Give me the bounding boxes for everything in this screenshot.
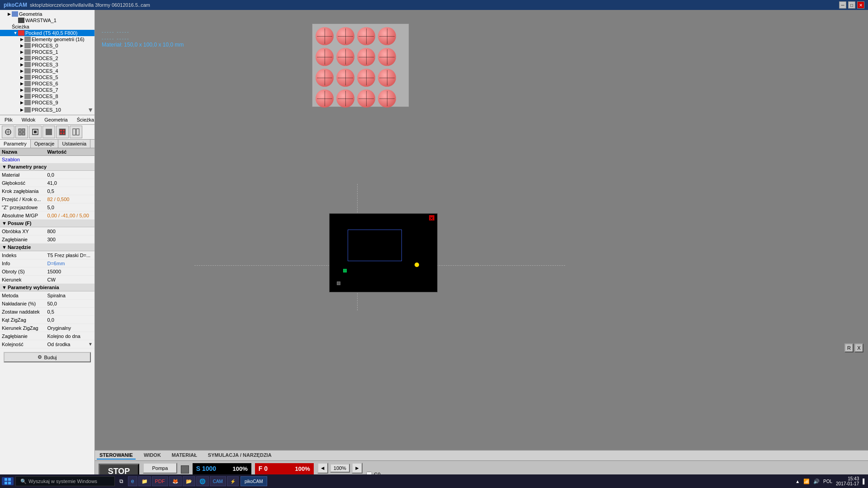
tool-btn-3[interactable] (29, 126, 42, 138)
tab-ustawienia[interactable]: Ustawienia (58, 140, 90, 148)
svg-rect-9 (46, 129, 52, 135)
tab-symulacja[interactable]: SYMULACJA / NARZĘDZIA (205, 451, 274, 460)
budget-button[interactable]: ⚙ Buduj (4, 352, 91, 362)
param-material: Materiał 0,0 (0, 171, 94, 179)
viewport-small-dot (343, 269, 347, 272)
task-view-button[interactable]: ⧉ (117, 477, 126, 485)
clock-date: 2017-01-17 (836, 481, 859, 486)
extra-icon: ⚡ (230, 479, 236, 484)
tab-sterowanie[interactable]: STEROWANIE (97, 451, 136, 460)
ctrl-row-1: ◄ 100% ► (317, 463, 363, 474)
taskbar-search[interactable]: 🔍 Wyszukaj w systemie Windows (15, 476, 115, 486)
menu-sciezka[interactable]: Ścieżka (74, 116, 97, 123)
group-parametry-pracy[interactable]: ▼ Parametry pracy (0, 163, 94, 171)
tree-item-geometria[interactable]: ▶ Geometria (0, 11, 94, 17)
tree-item-sciezka[interactable]: Ścieżka (0, 23, 94, 30)
params-tabs: Parametry Operacje Ustawienia (0, 140, 94, 148)
tool-btn-2[interactable] (15, 126, 28, 138)
taskbar-app-cam[interactable]: CAM (210, 476, 226, 486)
group-wybierania[interactable]: ▼ Parametry wybierania (0, 284, 94, 291)
svg-rect-5 (19, 132, 21, 135)
tab-material[interactable]: MATERIAŁ (169, 451, 200, 460)
tree-item-proces0[interactable]: ▶PROCES_0 (0, 42, 94, 49)
taskbar-app-pdf[interactable]: PDF (152, 476, 168, 486)
group-narzedzie[interactable]: ▼ Narzędzie (0, 244, 94, 251)
circle (378, 48, 396, 66)
tree-item-elementy[interactable]: ▶ Elementy geometrii (16) (0, 36, 94, 42)
canvas-area: ----- ----- ----- ----- Materiał: 150,0 … (95, 10, 868, 450)
tree-item-pocked[interactable]: ▼ Pocked (T5 4|0,5 F800) (0, 30, 94, 36)
clock-time: 15:43 (848, 476, 859, 481)
tree-item-proces9[interactable]: ▶PROCES_9 (0, 99, 94, 106)
minimize-button[interactable]: ─ (839, 1, 846, 9)
taskbar-app-folder2[interactable]: 📂 (183, 476, 195, 486)
tool-btn-6[interactable] (70, 126, 82, 138)
circle (316, 89, 334, 108)
tab-operacje[interactable]: Operacje (31, 140, 59, 148)
tray-expand[interactable]: ▲ (795, 479, 800, 484)
tree-item-proces10[interactable]: ▶PROCES_10 ▼ (0, 106, 94, 114)
toolbar (0, 125, 94, 140)
tree-item-proces5[interactable]: ▶PROCES_5 (0, 74, 94, 80)
proces0-icon (24, 43, 31, 48)
circle (357, 69, 375, 87)
circle (378, 89, 396, 108)
speed-plus-button[interactable]: ► (352, 463, 363, 474)
param-obrobka-xy: Obróbka XY 800 (0, 227, 94, 235)
group-label-posuw: Posuw (F) (8, 221, 32, 226)
tab-parametry[interactable]: Parametry (0, 140, 31, 148)
tree-item-proces6[interactable]: ▶PROCES_6 (0, 80, 94, 87)
param-kat-zigzag: Kąt ZigZag 0,0 (0, 316, 94, 324)
tree-item-proces2[interactable]: ▶PROCES_2 (0, 55, 94, 61)
active-window[interactable]: pikoCAM (241, 476, 267, 486)
tool-btn-1[interactable] (2, 126, 14, 138)
group-label-narz: Narzędzie (8, 244, 31, 250)
r-button[interactable]: R (844, 343, 854, 352)
group-arrow: ▼ (2, 164, 7, 169)
tab-widok[interactable]: WIDOK (141, 451, 164, 460)
x-button[interactable]: X (854, 343, 863, 352)
tray-volume-icon[interactable]: 🔊 (813, 479, 820, 484)
viewport-close-button[interactable]: ✕ (429, 215, 434, 221)
proces2-icon (24, 56, 31, 61)
param-obroty: Obroty (S) 15000 (0, 267, 94, 276)
circle (336, 69, 354, 87)
taskbar-app-extra[interactable]: ⚡ (227, 476, 239, 486)
tree-item-proces1[interactable]: ▶PROCES_1 (0, 49, 94, 55)
tray-network-icon[interactable]: 📶 (803, 479, 810, 484)
tree-item-proces3[interactable]: ▶PROCES_3 (0, 61, 94, 68)
black-viewport: ✕ (329, 213, 438, 292)
scroll-down-icon-2[interactable]: ▼ (88, 342, 93, 347)
maximize-button[interactable]: □ (848, 1, 855, 9)
menu-widok[interactable]: Widok (19, 116, 38, 123)
color-square-1[interactable] (181, 465, 189, 474)
speed-pct-label: 100% (233, 465, 248, 472)
param-nakladanie: Nakładanie (%) 50,0 (0, 300, 94, 308)
show-desktop-button[interactable]: ▌ (863, 479, 866, 484)
tree-item-warstwa[interactable]: WARSTWA_1 (0, 17, 94, 23)
tree-item-proces7[interactable]: ▶PROCES_7 (0, 87, 94, 93)
start-button[interactable] (2, 477, 14, 485)
tree-item-proces4[interactable]: ▶PROCES_4 (0, 68, 94, 74)
taskbar-app-firefox[interactable]: 🦊 (169, 476, 182, 486)
tool-btn-5[interactable] (56, 126, 69, 138)
pompa-button[interactable]: Pompa (143, 463, 177, 474)
budget-area: ⚙ Buduj (0, 348, 94, 366)
taskbar-app-ie[interactable]: e (128, 476, 137, 486)
tree-item-proces8[interactable]: ▶PROCES_8 (0, 93, 94, 99)
group-posuw[interactable]: ▼ Posuw (F) (0, 220, 94, 227)
scroll-down-icon[interactable]: ▼ (87, 106, 94, 113)
speed-minus-button[interactable]: ◄ (317, 463, 328, 474)
taskbar-app-explorer[interactable]: 📁 (138, 476, 151, 486)
param-glebokosc: Głębokość 41,0 (0, 179, 94, 187)
taskbar-app-chrome[interactable]: 🌐 (196, 476, 209, 486)
close-button[interactable]: ✕ (857, 1, 864, 9)
taskbar-clock[interactable]: 15:43 2017-01-17 (836, 476, 859, 486)
viewport-bottom-dot (337, 282, 340, 285)
tool-btn-4[interactable] (42, 126, 55, 138)
param-info: Info D=6mm (0, 259, 94, 267)
proces1-icon (24, 49, 31, 55)
menu-plik[interactable]: Plik (2, 116, 15, 123)
speed-pct-button[interactable]: 100% (330, 464, 350, 473)
menu-geometria[interactable]: Geometria (42, 116, 70, 123)
